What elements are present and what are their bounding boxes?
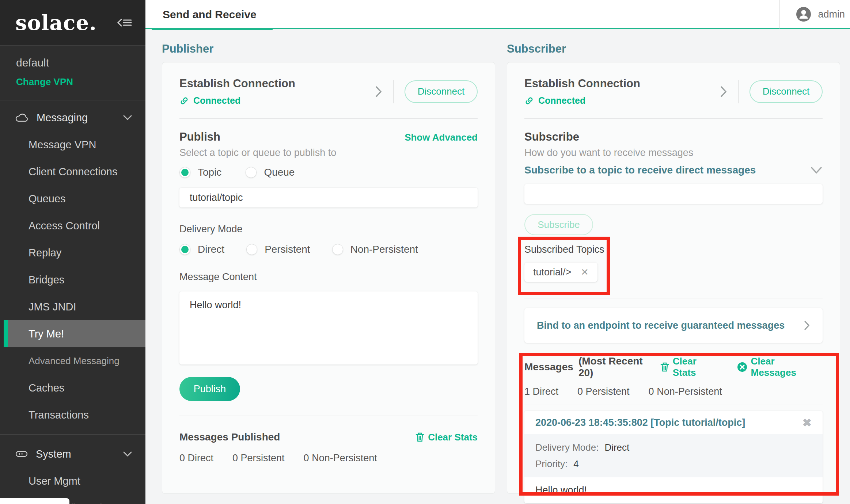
radio-circle[interactable] (179, 167, 190, 178)
radio-persistent[interactable]: Persistent (246, 244, 310, 255)
user-menu[interactable]: admin (779, 0, 845, 28)
sidebar-item-access-control[interactable]: Access Control (0, 212, 145, 239)
change-vpn-link[interactable]: Change VPN (16, 76, 129, 88)
publisher-panel: Establish Connection Connected Dis (162, 62, 495, 494)
divider (524, 298, 823, 298)
main-content: Publisher Subscriber Establish Connectio… (145, 29, 850, 504)
subscribe-topic-input[interactable] (524, 184, 823, 204)
subscribed-topic-chip: tutorial/> ✕ (524, 263, 597, 282)
chevron-down-icon (123, 451, 132, 457)
bind-endpoint-card[interactable]: Bind to an endpoint to receive guarantee… (524, 308, 823, 343)
sidebar-item-queues[interactable]: Queues (0, 185, 145, 212)
subscribe-mode-dropdown[interactable]: Subscribe to a topic to receive direct m… (524, 164, 823, 176)
chevron-right-icon[interactable] (720, 85, 727, 98)
stat-non-persistent: 0 Non-Persistent (649, 386, 722, 397)
tab-send-and-receive[interactable]: Send and Receive (163, 0, 257, 29)
publisher-connection-row: Establish Connection Connected Dis (179, 62, 478, 118)
connection-status: Connected (179, 95, 295, 106)
sidebar-section-system[interactable]: System (0, 440, 145, 467)
show-advanced-link[interactable]: Show Advanced (405, 132, 478, 143)
subscriber-stats-row: 1 Direct 0 Persistent 0 Non-Persistent (524, 386, 823, 397)
delivery-mode-label: Delivery Mode (179, 224, 478, 235)
topic-chip-label: tutorial/> (533, 267, 571, 278)
establish-connection-title: Establish Connection (524, 77, 640, 90)
close-message-icon[interactable]: ✖ (802, 416, 812, 429)
sidebar: solace. default Change VPN Messaging Mes… (0, 0, 145, 504)
stat-persistent: 0 Persistent (232, 453, 285, 464)
sidebar-item-advanced-messaging[interactable]: Advanced Messaging (0, 347, 145, 374)
radio-circle[interactable] (179, 244, 190, 255)
subscribe-button[interactable]: Subscribe (524, 214, 593, 235)
subscriber-clear-stats-link[interactable]: Clear Stats (660, 356, 722, 378)
radio-label: Direct (198, 244, 224, 255)
messages-published-title: Messages Published (179, 431, 280, 443)
radio-non-persistent[interactable]: Non-Persistent (332, 244, 418, 255)
browser-status-bar (0, 498, 69, 504)
sidebar-item-message-vpn[interactable]: Message VPN (0, 131, 145, 158)
sidebar-item-bridges[interactable]: Bridges (0, 266, 145, 293)
messages-title: Messages (524, 361, 573, 373)
logo-row: solace. (0, 0, 145, 45)
divider (524, 118, 823, 119)
sidebar-divider (0, 434, 145, 435)
message-content-textarea[interactable]: Hello world! (179, 291, 478, 364)
radio-direct[interactable]: Direct (179, 244, 224, 255)
clear-messages-label: Clear Messages (751, 356, 823, 378)
radio-label: Queue (264, 167, 295, 178)
destination-radio-group: Topic Queue (179, 167, 478, 178)
trash-icon (660, 362, 669, 372)
delivery-mode-radio-group: Direct Persistent Non-Persistent (179, 244, 478, 255)
messages-subtitle: (Most Recent 20) (578, 355, 660, 379)
divider (393, 80, 394, 103)
divider (179, 416, 478, 416)
radio-queue[interactable]: Queue (246, 167, 295, 178)
radio-circle[interactable] (246, 244, 257, 255)
sidebar-item-jms-jndi[interactable]: JMS JNDI (0, 293, 145, 320)
radio-topic[interactable]: Topic (179, 167, 221, 178)
cloud-icon (15, 113, 29, 122)
establish-connection-title: Establish Connection (179, 77, 295, 90)
delivery-mode-value: Direct (604, 442, 629, 453)
publish-subtitle: Select a topic or queue to publish to (179, 147, 478, 159)
sidebar-collapse-icon[interactable] (117, 17, 132, 28)
vpn-block: default Change VPN (0, 45, 145, 100)
subscribe-subtitle: How do you want to receive messages (524, 147, 823, 159)
publish-button[interactable]: Publish (179, 377, 240, 401)
received-message-card: 2020-06-23 18:45:35:802 [Topic tutorial/… (524, 411, 823, 503)
sidebar-section-label: System (36, 448, 71, 460)
radio-circle[interactable] (246, 167, 257, 178)
sidebar-section-messaging[interactable]: Messaging (0, 104, 145, 131)
clear-stats-label: Clear Stats (428, 432, 478, 443)
remove-topic-icon[interactable]: ✕ (581, 267, 589, 278)
chevron-right-icon[interactable] (375, 85, 382, 98)
subscriber-connection-row: Establish Connection Connected Dis (524, 62, 823, 118)
sidebar-nav: Messaging Message VPN Client Connections… (0, 100, 145, 504)
publisher-clear-stats-link[interactable]: Clear Stats (415, 432, 478, 443)
sidebar-item-client-connections[interactable]: Client Connections (0, 158, 145, 185)
sidebar-item-user-mgmt[interactable]: User Mgmt (0, 467, 145, 495)
sidebar-item-caches[interactable]: Caches (0, 374, 145, 401)
sidebar-item-try-me[interactable]: Try Me! (4, 320, 145, 347)
radio-label: Non-Persistent (350, 244, 418, 255)
subscriber-panel: Establish Connection Connected Dis (507, 62, 840, 494)
link-icon (179, 96, 189, 106)
message-content: Hello world! (524, 477, 823, 503)
subscriber-disconnect-button[interactable]: Disconnect (750, 80, 823, 103)
message-properties: Delivery Mode: Direct Priority: 4 (524, 434, 823, 477)
sidebar-item-replay[interactable]: Replay (0, 239, 145, 266)
user-avatar-icon (796, 7, 811, 22)
delivery-mode-key: Delivery Mode: (535, 442, 599, 453)
publisher-disconnect-button[interactable]: Disconnect (405, 80, 478, 103)
publish-title: Publish (179, 130, 220, 144)
top-header: Send and Receive admin (145, 0, 850, 29)
radio-circle[interactable] (332, 244, 343, 255)
sidebar-item-transactions[interactable]: Transactions (0, 401, 145, 428)
connection-status: Connected (524, 95, 640, 106)
link-icon (524, 96, 534, 106)
clear-stats-label: Clear Stats (673, 356, 722, 378)
message-timestamp: 2020-06-23 18:45:35:802 [Topic tutorial/… (535, 417, 745, 428)
vpn-name: default (16, 57, 129, 69)
publish-topic-input[interactable] (179, 188, 478, 207)
priority-value: 4 (573, 458, 578, 470)
clear-messages-link[interactable]: Clear Messages (737, 356, 823, 378)
